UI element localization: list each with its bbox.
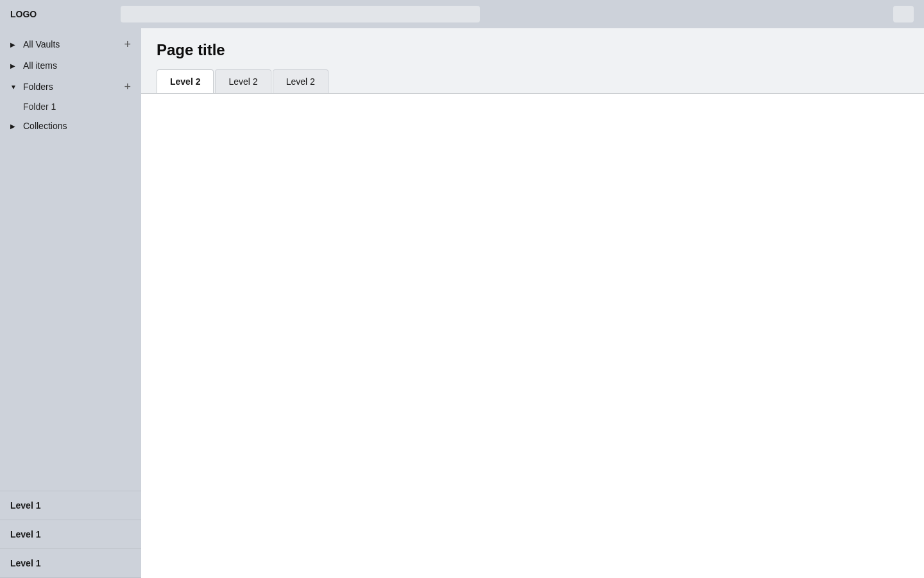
sidebar-item-label: All Vaults bbox=[23, 39, 119, 49]
content-body bbox=[141, 93, 924, 578]
topbar: LOGO bbox=[0, 0, 924, 28]
level-item-label: Level 1 bbox=[10, 500, 40, 511]
sidebar-item-collections[interactable]: ▶ Collections bbox=[0, 116, 141, 136]
tab-level2-3[interactable]: Level 2 bbox=[273, 69, 329, 93]
add-folder-button[interactable]: + bbox=[124, 81, 131, 92]
sidebar-item-label: Collections bbox=[23, 121, 131, 131]
chevron-down-icon: ▼ bbox=[10, 83, 18, 91]
sidebar-bottom: Level 1 Level 1 Level 1 bbox=[0, 491, 141, 578]
tab-level2-2[interactable]: Level 2 bbox=[215, 69, 271, 93]
chevron-right-icon: ▶ bbox=[10, 123, 18, 130]
topbar-action-button[interactable] bbox=[893, 6, 914, 22]
sidebar-item-label: All items bbox=[23, 60, 131, 71]
sidebar: ▶ All Vaults + ▶ All items ▼ Folders + F… bbox=[0, 28, 141, 578]
tabs-bar: Level 2 Level 2 Level 2 bbox=[157, 69, 909, 93]
content-area: Page title Level 2 Level 2 Level 2 bbox=[141, 28, 924, 578]
chevron-right-icon: ▶ bbox=[10, 62, 18, 69]
sidebar-level-item-2[interactable]: Level 1 bbox=[0, 520, 141, 549]
logo: LOGO bbox=[10, 9, 113, 19]
sidebar-item-label: Folders bbox=[23, 82, 119, 92]
sidebar-nav: ▶ All Vaults + ▶ All items ▼ Folders + F… bbox=[0, 28, 141, 491]
sidebar-level-item-1[interactable]: Level 1 bbox=[0, 491, 141, 520]
sidebar-item-all-items[interactable]: ▶ All items bbox=[0, 55, 141, 76]
add-vault-button[interactable]: + bbox=[124, 39, 131, 50]
tab-level2-1[interactable]: Level 2 bbox=[157, 69, 214, 93]
content-header: Page title Level 2 Level 2 Level 2 bbox=[141, 28, 924, 93]
folder-child-label: Folder 1 bbox=[23, 101, 56, 112]
search-input[interactable] bbox=[121, 6, 480, 22]
level-item-label: Level 1 bbox=[10, 558, 40, 568]
chevron-right-icon: ▶ bbox=[10, 41, 18, 48]
sidebar-item-folder-1[interactable]: Folder 1 bbox=[0, 98, 141, 116]
sidebar-item-all-vaults[interactable]: ▶ All Vaults + bbox=[0, 33, 141, 55]
sidebar-item-folders[interactable]: ▼ Folders + bbox=[0, 76, 141, 98]
sidebar-level-item-3[interactable]: Level 1 bbox=[0, 549, 141, 578]
page-title: Page title bbox=[157, 41, 909, 59]
level-item-label: Level 1 bbox=[10, 529, 40, 539]
main-layout: ▶ All Vaults + ▶ All items ▼ Folders + F… bbox=[0, 28, 924, 578]
